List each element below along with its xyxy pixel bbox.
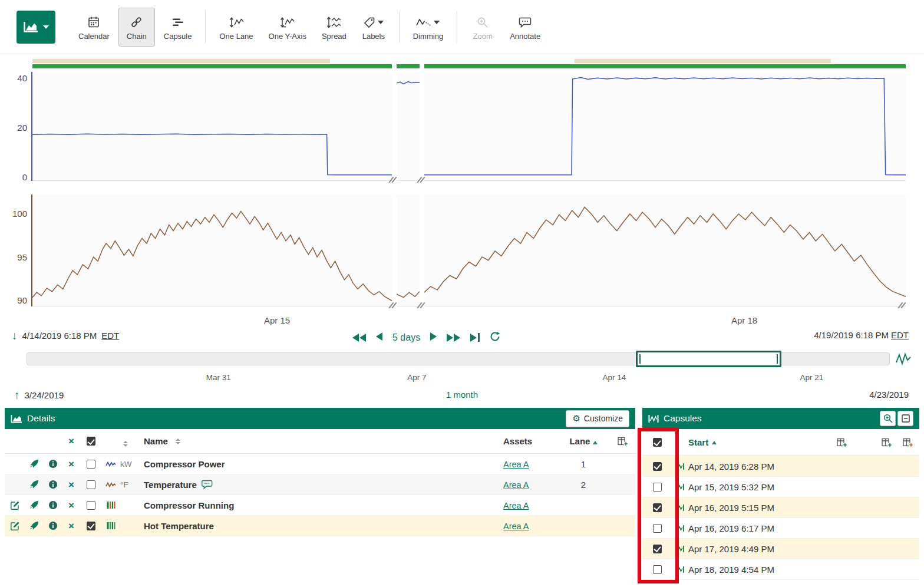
item-name[interactable]: Compressor Running (144, 500, 234, 510)
range-start-datetime[interactable]: 4/14/2019 6:18 PM (22, 331, 97, 341)
edit-icon[interactable] (5, 521, 25, 531)
investigate-range-row: ↑ 3/24/2019 1 month 4/23/2019 (0, 390, 924, 404)
column-header-lane[interactable]: Lane (562, 436, 605, 446)
capsule-row[interactable]: Apr 16, 2019 6:17 PM (642, 518, 919, 539)
timezone-link[interactable]: EDT (891, 330, 909, 340)
sort-icon[interactable] (123, 441, 128, 447)
details-row[interactable]: × Compressor Running Area A (5, 495, 635, 516)
display-range-selector[interactable] (636, 351, 781, 367)
step-forward-much-button[interactable] (447, 334, 460, 342)
add-column-icon[interactable] (837, 438, 847, 447)
row-checkbox[interactable] (653, 483, 662, 492)
chart-segment[interactable] (424, 194, 906, 306)
remove-icon[interactable]: × (68, 521, 74, 531)
column-header-assets[interactable]: Assets (503, 436, 562, 446)
asset-link[interactable]: Area A (503, 522, 529, 531)
range-start-arrow-icon[interactable]: ↓ (12, 330, 18, 341)
row-checkbox[interactable] (87, 460, 95, 469)
step-back-much-button[interactable] (352, 334, 366, 342)
capsule-icon (672, 483, 688, 491)
annotate-button[interactable]: Annotate (503, 8, 547, 47)
item-name[interactable]: Compressor Power (144, 459, 225, 469)
capsule-row[interactable]: Apr 18, 2019 4:54 PM (642, 559, 919, 580)
step-back-button[interactable] (376, 332, 382, 342)
info-icon[interactable] (44, 459, 62, 469)
row-checkbox[interactable] (653, 503, 662, 512)
select-all-checkbox[interactable] (653, 438, 662, 447)
row-checkbox[interactable] (87, 501, 95, 510)
info-icon[interactable] (44, 480, 62, 489)
edit-icon[interactable] (5, 500, 25, 510)
refresh-button[interactable] (490, 331, 500, 344)
range-end-datetime[interactable]: 4/19/2019 6:18 PM (814, 330, 889, 340)
add-column-icon[interactable] (618, 437, 628, 446)
row-checkbox[interactable] (653, 565, 662, 574)
dimming-button[interactable]: Dimming (407, 8, 450, 47)
rocket-icon[interactable] (25, 500, 44, 510)
row-checkbox[interactable] (653, 462, 662, 471)
chart-segment[interactable] (424, 72, 906, 181)
asset-link[interactable]: Area A (503, 460, 529, 469)
chain-button[interactable]: Chain (118, 8, 155, 47)
item-name[interactable]: Hot Temperature (144, 521, 214, 531)
asset-link[interactable]: Area A (503, 480, 529, 490)
chart-segment[interactable] (32, 72, 392, 181)
lane-compressor-power: 40 20 0 (0, 72, 924, 181)
details-row[interactable]: × °F Temperature Area A 2 (5, 474, 635, 495)
rocket-icon[interactable] (25, 480, 44, 489)
investigate-duration[interactable]: 1 month (446, 390, 478, 400)
axis-break-mark (417, 176, 424, 183)
capsule-row[interactable]: Apr 16, 2019 5:15 PM (642, 497, 919, 518)
info-icon[interactable] (44, 521, 62, 530)
info-icon[interactable] (44, 500, 62, 510)
remove-icon[interactable]: × (68, 500, 74, 510)
capsule-button[interactable]: Capsule (157, 8, 199, 47)
duration-label[interactable]: 5 days (392, 332, 420, 343)
select-all-checkbox[interactable] (87, 437, 95, 446)
rocket-icon[interactable] (25, 521, 44, 530)
chart-segment[interactable] (397, 194, 420, 306)
capsule-row[interactable]: Apr 14, 2019 6:28 PM (642, 456, 919, 477)
customize-button[interactable]: ⚙ Customize (566, 410, 629, 427)
timezone-link[interactable]: EDT (101, 331, 119, 341)
item-name[interactable]: Temperature (144, 480, 197, 490)
row-checkbox[interactable] (653, 524, 662, 533)
details-row[interactable]: × Hot Temperature Area A (5, 516, 635, 536)
step-forward-button[interactable] (430, 332, 437, 342)
zoom-to-capsule-button[interactable] (880, 411, 896, 426)
investigate-timebar[interactable]: Mar 31 Apr 7 Apr 14 Apr 21 (27, 352, 890, 365)
column-header-name[interactable]: Name (144, 436, 503, 446)
chart-segment[interactable] (397, 72, 420, 181)
add-stat-column-icon[interactable] (882, 438, 892, 447)
row-checkbox[interactable] (653, 545, 662, 553)
add-property-column-icon[interactable] (903, 438, 913, 447)
capsule-row[interactable]: Apr 15, 2019 5:32 PM (642, 477, 919, 497)
remove-icon[interactable]: × (68, 480, 74, 490)
rocket-icon[interactable] (25, 459, 44, 469)
asset-link[interactable]: Area A (503, 501, 529, 510)
capsule-row[interactable]: Apr 17, 2019 4:49 PM (642, 539, 919, 559)
capsule-icon (672, 504, 688, 512)
remove-icon[interactable]: × (68, 459, 74, 469)
row-checkbox[interactable] (87, 480, 95, 489)
details-row[interactable]: × kW Compressor Power Area A 1 (5, 454, 635, 474)
row-checkbox[interactable] (87, 522, 95, 530)
labels-button[interactable]: Labels (355, 8, 392, 47)
one-y-axis-button[interactable]: One Y-Axis (262, 8, 313, 47)
one-lane-button[interactable]: One Lane (213, 8, 259, 47)
spread-button[interactable]: Spread (315, 8, 353, 47)
calendar-button[interactable]: Calendar (72, 8, 116, 47)
chart-segment[interactable] (32, 194, 392, 306)
investigate-start-arrow-icon[interactable]: ↑ (14, 390, 20, 401)
step-to-end-button[interactable] (470, 333, 480, 342)
remove-all-icon[interactable]: × (68, 436, 74, 446)
investigate-end-date[interactable]: 4/23/2019 (869, 390, 909, 400)
comment-icon[interactable] (202, 480, 213, 489)
collapse-panel-button[interactable] (897, 411, 913, 426)
column-header-start[interactable]: Start (688, 437, 919, 447)
y-tick: 20 (6, 123, 27, 133)
capsule-icon (672, 566, 688, 573)
sort-up-icon (712, 441, 717, 444)
investigate-start-date[interactable]: 3/24/2019 (25, 390, 64, 400)
view-mode-dropdown[interactable] (16, 11, 55, 44)
